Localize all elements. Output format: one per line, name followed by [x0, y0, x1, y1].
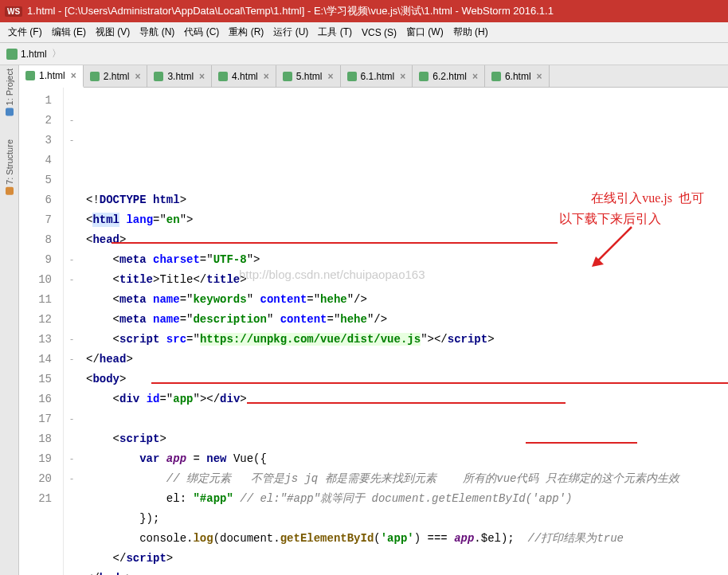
code-line[interactable]: el: "#app" // el:"#app"就等同于 document.get…	[86, 489, 722, 509]
line-number: 13	[22, 330, 52, 350]
line-number: 19	[22, 449, 52, 469]
code-line[interactable]: var app = new Vue({	[86, 449, 722, 469]
line-number: 6	[22, 190, 52, 210]
menu-edit[interactable]: 编辑 (E)	[49, 24, 89, 41]
fold-marker	[64, 210, 80, 230]
line-number: 8	[22, 230, 52, 250]
fold-marker[interactable]: -	[64, 449, 80, 469]
close-icon[interactable]: ×	[400, 71, 405, 82]
fold-marker	[64, 429, 80, 449]
line-number: 3	[22, 131, 52, 151]
editor-tab[interactable]: 6.2.html×	[413, 65, 485, 87]
close-icon[interactable]: ×	[537, 71, 542, 82]
fold-marker[interactable]: -	[64, 330, 80, 350]
fold-marker[interactable]: -	[64, 350, 80, 370]
editor-tab[interactable]: 6.html×	[485, 65, 550, 87]
menu-view[interactable]: 视图 (V)	[92, 24, 133, 41]
editor-tab[interactable]: 6.1.html×	[341, 65, 413, 87]
menu-refactor[interactable]: 重构 (R)	[225, 24, 267, 41]
line-number: 4	[22, 151, 52, 170]
fold-marker	[64, 489, 80, 509]
close-icon[interactable]: ×	[135, 71, 140, 82]
code-line[interactable]: });	[86, 509, 722, 529]
line-number: 10	[22, 270, 52, 290]
close-icon[interactable]: ×	[328, 71, 334, 82]
html-file-icon	[347, 72, 357, 81]
fold-marker	[64, 230, 80, 250]
fold-marker	[64, 91, 80, 111]
chevron-right-icon: 〉	[52, 47, 61, 61]
line-number: 14	[22, 350, 52, 370]
code-line[interactable]: </body>	[86, 569, 722, 575]
close-icon[interactable]: ×	[264, 71, 269, 82]
editor-tab[interactable]: 3.html×	[147, 65, 212, 87]
menu-window[interactable]: 窗口 (W)	[403, 24, 447, 41]
window-title: 1.html - [C:\Users\Administrator\AppData…	[27, 4, 554, 18]
fold-marker[interactable]: -	[64, 270, 80, 290]
code-content[interactable]: http://blog.csdn.net/chuipaopao163 在线引入v…	[80, 88, 728, 575]
fold-marker[interactable]: -	[64, 469, 80, 489]
line-number: 12	[22, 310, 52, 330]
menu-file[interactable]: 文件 (F)	[5, 24, 45, 41]
tool-structure[interactable]: 7: Structure	[5, 139, 14, 195]
breadcrumb-file[interactable]: 1.html	[21, 49, 47, 60]
code-line[interactable]: console.log(document.getElementById('app…	[86, 529, 722, 549]
code-line[interactable]: <script src="https://unpkg.com/vue/dist/…	[86, 330, 722, 350]
menu-help[interactable]: 帮助 (H)	[450, 24, 491, 41]
code-line[interactable]: </script>	[86, 549, 722, 569]
code-line[interactable]: <meta name="keywords" content="hehe"/>	[86, 290, 722, 310]
fold-marker[interactable]: -	[64, 111, 80, 131]
webstorm-icon: WS	[5, 6, 22, 17]
html-file-icon	[283, 72, 292, 81]
tab-label: 1.html	[39, 70, 65, 81]
tool-project[interactable]: 1: Project	[5, 68, 14, 115]
fold-marker	[64, 151, 80, 170]
line-number: 16	[22, 389, 52, 409]
fold-marker[interactable]: -	[64, 409, 80, 429]
menu-tools[interactable]: 工具 (T)	[315, 24, 355, 41]
window-titlebar: WS 1.html - [C:\Users\Administrator\AppD…	[0, 0, 728, 22]
close-icon[interactable]: ×	[472, 71, 478, 82]
editor-tab[interactable]: 4.html×	[212, 65, 276, 87]
menu-run[interactable]: 运行 (U)	[270, 24, 311, 41]
workspace: 1: Project 7: Structure 1.html×2.html×3.…	[0, 65, 728, 575]
code-line[interactable]	[86, 409, 722, 429]
tab-label: 6.html	[505, 71, 531, 82]
fold-marker[interactable]: -	[64, 131, 80, 151]
line-number: 20	[22, 469, 52, 489]
code-line[interactable]: <title>Title</title>	[86, 270, 722, 290]
editor-tab[interactable]: 1.html×	[19, 65, 84, 88]
line-number: 1	[22, 91, 52, 111]
line-number: 9	[22, 250, 52, 270]
code-line[interactable]: <meta name="description" content="hehe"/…	[86, 310, 722, 330]
menu-code[interactable]: 代码 (C)	[181, 24, 222, 41]
fold-marker[interactable]: -	[64, 250, 80, 270]
editor-tab[interactable]: 5.html×	[276, 65, 341, 87]
fold-marker	[64, 310, 80, 330]
code-line[interactable]: <div id="app"></div>	[86, 389, 722, 409]
fold-marker	[64, 190, 80, 210]
tab-label: 5.html	[296, 71, 323, 82]
arrow-icon	[521, 203, 569, 251]
line-number: 18	[22, 429, 52, 449]
line-number: 21	[22, 489, 52, 509]
code-editor[interactable]: 123456789101112131415161718192021 ------…	[19, 88, 728, 575]
code-line[interactable]: </head>	[86, 350, 722, 370]
html-file-icon	[218, 72, 228, 81]
html-file-icon	[6, 49, 18, 60]
code-line[interactable]: <body>	[86, 370, 722, 389]
code-line[interactable]: // 绑定元素 不管是js jq 都是需要先来找到元素 所有的vue代码 只在绑…	[86, 469, 722, 489]
code-line[interactable]: <script>	[86, 429, 722, 449]
tab-label: 2.html	[104, 71, 130, 82]
html-file-icon	[25, 71, 35, 80]
editor-tab[interactable]: 2.html×	[84, 65, 148, 87]
annotation-underline	[526, 442, 637, 444]
fold-marker	[64, 170, 80, 190]
line-number: 15	[22, 370, 52, 389]
menu-vcs[interactable]: VCS (S)	[358, 25, 400, 40]
close-icon[interactable]: ×	[199, 71, 205, 82]
breadcrumb: 1.html 〉	[0, 43, 728, 65]
fold-marker	[64, 389, 80, 409]
close-icon[interactable]: ×	[71, 70, 76, 81]
menu-navigate[interactable]: 导航 (N)	[136, 24, 178, 41]
